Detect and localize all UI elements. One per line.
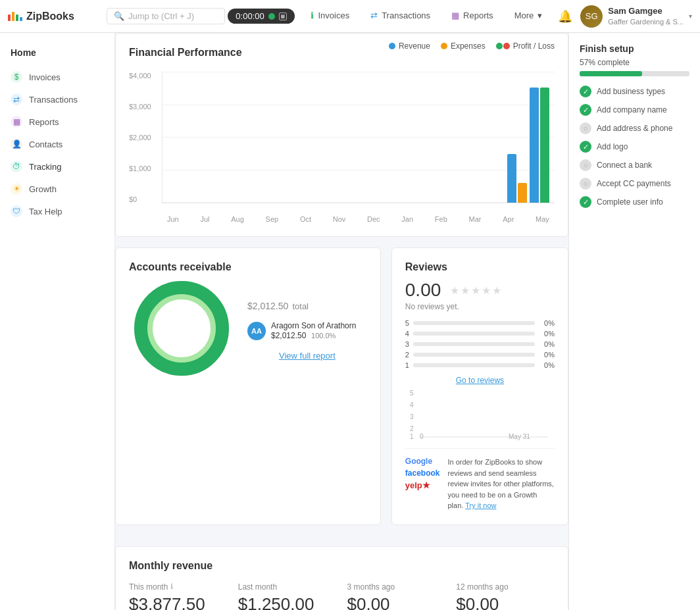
accounts-receivable-card: Accounts receivable $2,012.50 total [115, 247, 381, 525]
sidebar-item-reports[interactable]: ▦ Reports [0, 111, 114, 133]
financial-performance-card: Financial Performance Revenue Expenses [115, 33, 568, 237]
svg-text:May 31: May 31 [509, 433, 530, 440]
monthly-12months: 12 months ago $0.00 +0% from previous mo… [456, 582, 555, 611]
search-bar[interactable]: 🔍 Jump to (Ctrl + J) [107, 8, 225, 24]
svg-point-1 [142, 289, 221, 368]
facebook-logo: facebook [405, 469, 440, 478]
sidebar: Home $ Invoices ⇄ Transactions ▦ Reports… [0, 33, 115, 610]
3months-label: 3 months ago [347, 582, 446, 592]
monthly-3months: 3 months ago $0.00 +0% from previous mon… [347, 582, 446, 611]
3months-amount: $0.00 [347, 594, 446, 611]
check-company-name: ✓ [580, 104, 591, 116]
legend-profit-label: Profit / Loss [513, 41, 555, 51]
sidebar-item-reports-label: Reports [29, 117, 59, 127]
svg-text:1: 1 [410, 433, 414, 440]
google-logo: Google [405, 457, 440, 466]
check-logo: ✓ [580, 141, 591, 153]
user-chevron-icon: ▾ [689, 13, 692, 20]
invoices-sidebar-icon: $ [11, 71, 22, 83]
revenue-dot [389, 43, 395, 49]
growth-sidebar-icon: ☀ [11, 183, 22, 195]
go-to-reviews-link[interactable]: Go to reviews [405, 376, 555, 385]
sidebar-item-contacts[interactable]: 👤 Contacts [0, 133, 114, 155]
content-area: Financial Performance Revenue Expenses [115, 33, 568, 610]
sidebar-item-transactions[interactable]: ⇄ Transactions [0, 88, 114, 111]
setup-panel: Finish setup 57% complete ✓ Add business… [568, 33, 700, 610]
setup-label-logo: Add logo [597, 142, 628, 151]
ar-client-details: Aragorn Son of Arathorn $2,012.50 100.0% [271, 321, 356, 340]
sidebar-item-transactions-label: Transactions [29, 95, 78, 105]
last-month-label: Last month [238, 582, 337, 592]
monthly-last-month: Last month $1,250.00 +100% from previous… [238, 582, 337, 611]
ar-client-initials: AA [251, 327, 262, 335]
info-icon: ℹ [170, 582, 173, 591]
timer-stop-icon[interactable]: ⏹ [279, 13, 287, 20]
search-icon: 🔍 [114, 11, 124, 21]
setup-progress-fill [580, 71, 642, 76]
nav-link-reports-label: Reports [463, 11, 493, 20]
yelp-logo: yelp★ [405, 480, 440, 490]
nav-link-more[interactable]: More ▾ [504, 0, 553, 33]
sidebar-item-tracking[interactable]: ⏱ Tracking [0, 155, 114, 178]
ar-info: $2,012.50 total AA Aragorn Son of Aratho… [247, 296, 367, 361]
ar-client-name: Aragorn Son of Arathorn [271, 321, 356, 330]
svg-text:0: 0 [420, 433, 424, 440]
taxhelp-sidebar-icon: 🛡 [11, 205, 22, 217]
logo[interactable]: ZipBooks [8, 11, 100, 22]
monthly-revenue-title: Monthly revenue [129, 560, 555, 572]
nav-link-transactions-label: Transactions [382, 11, 430, 20]
nav-link-more-label: More [514, 11, 534, 20]
view-full-report-link[interactable]: View full report [247, 351, 367, 361]
reviews-card: Reviews 0.00 ★ ★ ★ ★ ★ No reviews yet. 5 [391, 247, 568, 525]
sidebar-item-taxhelp-label: Tax Help [29, 207, 63, 216]
reviews-integrations: Google facebook yelp★ In order for ZipBo… [405, 448, 555, 511]
nav-link-invoices[interactable]: ℹ Invoices [300, 0, 360, 33]
nav-link-transactions[interactable]: ⇄ Transactions [360, 0, 441, 33]
user-info: Sam Gamgee Gaffer Gardening & S... [608, 6, 684, 26]
user-avatar-wrap[interactable]: SG Sam Gamgee Gaffer Gardening & S... ▾ [580, 5, 692, 28]
rating-number: 0.00 [405, 280, 441, 301]
transactions-icon: ⇄ [370, 11, 378, 20]
user-name: Sam Gamgee [608, 6, 684, 17]
12months-label: 12 months ago [456, 582, 555, 592]
nav-link-invoices-label: Invoices [318, 11, 349, 20]
svg-text:4: 4 [410, 401, 414, 409]
no-reviews-text: No reviews yet. [405, 302, 555, 311]
try-it-now-link[interactable]: Try it now [465, 501, 496, 509]
donut-chart [129, 276, 234, 381]
rating-row-1: 1 0% [405, 361, 555, 369]
monthly-this-month: This month ℹ $3,877.50 Tracking +501% fr… [129, 582, 228, 611]
stars: ★ ★ ★ ★ ★ [450, 284, 501, 297]
user-company: Gaffer Gardening & S... [608, 17, 684, 26]
setup-label-company-name: Add company name [597, 105, 667, 114]
timer-pill[interactable]: 0:00:00 ⏹ [228, 9, 294, 24]
check-business-types: ✓ [580, 86, 591, 97]
sidebar-item-growth[interactable]: ☀ Growth [0, 178, 114, 200]
sidebar-item-contacts-label: Contacts [29, 140, 63, 149]
top-navigation: ZipBooks 🔍 Jump to (Ctrl + J) 0:00:00 ⏹ … [0, 0, 700, 33]
setup-item-cc-payments: ○ Accept CC payments [580, 178, 689, 190]
integration-logos: Google facebook yelp★ [405, 457, 440, 490]
setup-label-business-types: Add business types [597, 87, 665, 96]
invoices-icon: ℹ [311, 11, 314, 20]
chart-area: $4,000 $3,000 $2,000 $1,000 $0 [129, 72, 555, 223]
sidebar-item-taxhelp[interactable]: 🛡 Tax Help [0, 200, 114, 222]
sidebar-item-invoices[interactable]: $ Invoices [0, 66, 114, 88]
donut-svg [129, 276, 234, 381]
financial-chart-title: Financial Performance [129, 47, 242, 59]
logo-icon [8, 12, 22, 21]
ar-total-amount: $2,012.50 [247, 301, 288, 311]
chevron-down-icon: ▾ [538, 11, 542, 20]
ar-client-amount-row: $2,012.50 100.0% [271, 330, 356, 340]
12months-amount: $0.00 [456, 594, 555, 611]
setup-item-bank: ○ Connect a bank [580, 159, 689, 171]
check-bank: ○ [580, 159, 591, 171]
check-address-phone: ○ [580, 122, 591, 134]
nav-link-reports[interactable]: ▦ Reports [441, 0, 504, 33]
nav-links: ℹ Invoices ⇄ Transactions ▦ Reports More… [300, 0, 553, 33]
notifications-bell-icon[interactable]: 🔔 [558, 9, 572, 24]
legend-expenses: Expenses [441, 41, 486, 51]
chart-bars [162, 72, 555, 203]
transactions-sidebar-icon: ⇄ [11, 93, 22, 105]
chart-legend: Revenue Expenses Profit / Loss [389, 41, 555, 51]
